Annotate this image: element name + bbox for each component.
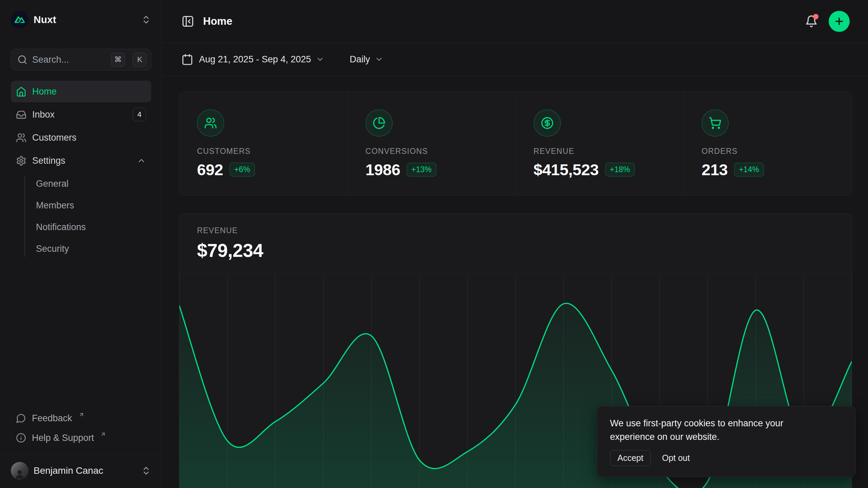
sidebar-item-label: Inbox [32,109,55,120]
cookie-banner: We use first-party cookies to enhance yo… [597,406,856,477]
granularity-select[interactable]: Daily [350,54,370,65]
stat-conversions[interactable]: CONVERSIONS 1986 +13% [348,92,516,195]
revenue-chart-header: REVENUE $79,234 [179,214,852,273]
sidebar: Nuxt Search... ⌘ K Home [0,0,162,488]
feedback-link[interactable]: Feedback [11,408,151,428]
pie-chart-icon [366,109,393,137]
user-menu[interactable]: Benjamin Canac [11,455,151,488]
header-actions [805,11,850,32]
page-header: Home [162,0,868,43]
help-support-link[interactable]: Help & Support [11,428,151,448]
add-button[interactable] [829,11,850,32]
inbox-icon [16,109,26,120]
stat-label: CUSTOMERS [197,147,348,156]
nuxt-logo-icon [11,11,28,28]
sidebar-item-settings[interactable]: Settings [11,150,151,171]
chevrons-up-down-icon [141,15,151,25]
cookie-message: We use first-party cookies to enhance yo… [610,416,827,444]
sidebar-item-home[interactable]: Home [11,81,151,102]
chevrons-up-down-icon [141,466,151,476]
filter-bar: Aug 21, 2025 - Sep 4, 2025 Daily [162,43,868,76]
stat-value: 213 [702,160,728,179]
chevron-down-icon [316,55,324,64]
page-title: Home [203,15,232,27]
subnav-label: Members [36,200,74,211]
stats-card: CUSTOMERS 692 +6% CONVERSIONS 1986 +13% [179,92,852,196]
collapse-sidebar-icon[interactable] [181,15,194,28]
workspace-switcher[interactable]: Nuxt [11,9,151,30]
chevron-up-icon [137,156,146,165]
kbd-k: K [133,53,147,67]
sidebar-item-notifications[interactable]: Notifications [36,216,151,238]
stat-delta-badge: +14% [734,163,764,177]
help-support-label: Help & Support [32,433,94,443]
revenue-chart-value: $79,234 [197,240,852,261]
sidebar-item-members[interactable]: Members [36,195,151,216]
search-placeholder: Search... [32,55,106,65]
dashboard-app: Nuxt Search... ⌘ K Home [0,0,868,488]
accept-button[interactable]: Accept [610,450,651,466]
opt-out-button[interactable]: Opt out [662,453,690,463]
stat-orders[interactable]: ORDERS 213 +14% [684,92,852,195]
cookie-actions: Accept Opt out [610,450,843,466]
message-bubble-icon [16,413,26,423]
sidebar-item-general[interactable]: General [36,173,151,195]
stat-label: CONVERSIONS [366,147,516,156]
stat-value: $415,523 [534,160,599,179]
subnav-label: General [36,179,68,189]
info-circle-icon [16,433,26,443]
stat-revenue[interactable]: REVENUE $415,523 +18% [516,92,684,195]
stat-customers[interactable]: CUSTOMERS 692 +6% [179,92,348,195]
external-link-icon [100,431,106,437]
home-icon [16,86,26,97]
users-icon [197,109,224,137]
feedback-label: Feedback [32,413,72,424]
sidebar-item-security[interactable]: Security [36,238,151,260]
inbox-count-badge: 4 [133,108,146,121]
search-input[interactable]: Search... ⌘ K [11,49,151,70]
calendar-icon [181,54,193,65]
revenue-chart-label: REVENUE [197,226,852,235]
date-range-picker[interactable]: Aug 21, 2025 - Sep 4, 2025 [199,54,311,65]
gear-icon [16,156,26,166]
sidebar-item-label: Home [32,86,57,97]
sidebar-item-inbox[interactable]: Inbox 4 [11,104,151,125]
avatar [11,462,28,480]
workspace-name: Nuxt [34,14,56,25]
chevron-down-icon [375,55,383,64]
users-icon [16,133,26,143]
settings-subnav: General Members Notifications Security [11,173,151,260]
user-name: Benjamin Canac [34,465,103,476]
stat-delta-badge: +6% [230,163,255,177]
sidebar-item-label: Customers [32,133,77,143]
stat-label: ORDERS [702,147,852,156]
stat-delta-badge: +18% [605,163,635,177]
search-icon [17,55,27,65]
sidebar-item-customers[interactable]: Customers [11,127,151,148]
external-link-icon [79,412,84,418]
stat-value: 692 [197,160,223,179]
kbd-cmd: ⌘ [111,53,125,67]
sidebar-item-label: Settings [32,156,65,166]
stat-delta-badge: +13% [407,163,436,177]
stat-label: REVENUE [534,147,684,156]
notification-dot [813,14,818,19]
stat-value: 1986 [366,160,400,179]
shopping-cart-icon [702,109,729,137]
dollar-circle-icon [534,109,561,137]
sidebar-footer: Feedback Help & Support Benjami [11,408,151,488]
subnav-label: Security [36,244,69,254]
notifications-bell-button[interactable] [805,15,818,28]
subnav-label: Notifications [36,222,86,232]
sidebar-nav: Home Inbox 4 Customers Settings [11,81,151,260]
